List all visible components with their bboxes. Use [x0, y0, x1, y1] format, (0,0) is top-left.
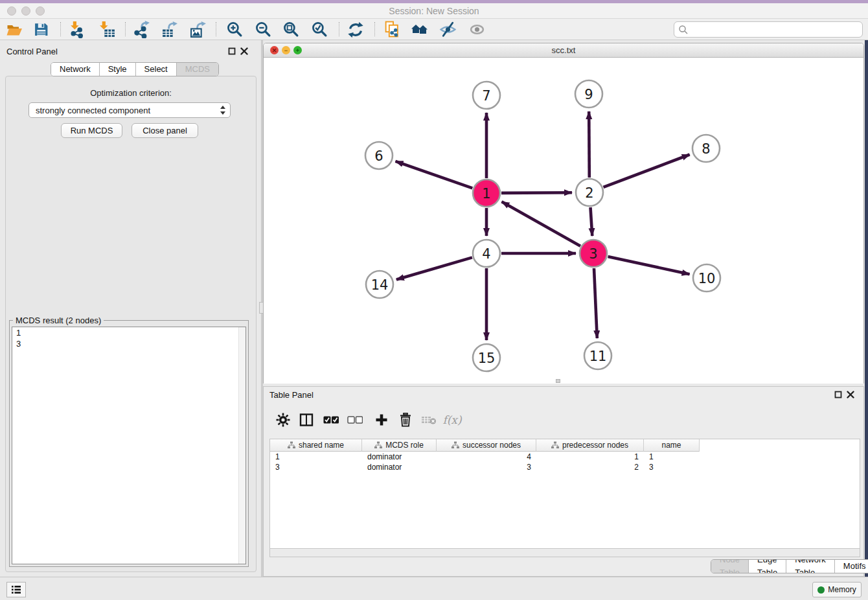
table-cell[interactable]: 3 [437, 462, 536, 472]
network-maximize-button[interactable]: + [293, 46, 302, 54]
function-builder-icon-disabled: f(x) [442, 411, 463, 429]
graph-edge-2-9[interactable] [589, 111, 589, 178]
table-cell[interactable]: 3 [270, 462, 362, 472]
graph-node-label-7: 7 [482, 88, 490, 104]
refresh-button[interactable] [345, 19, 367, 40]
network-graph: 7968124314101511 [264, 58, 863, 384]
network-window-title: scc.txt [264, 43, 863, 58]
graph-edge-3-10[interactable] [608, 257, 690, 274]
graph-node-label-1: 1 [482, 186, 490, 202]
table-panel-tab-bar: Node TableEdge TableNetwork TableMotifs [711, 559, 868, 573]
graph-edge-2-3[interactable] [591, 207, 593, 236]
table-settings-gear-icon[interactable] [273, 411, 293, 429]
save-session-button[interactable] [30, 19, 52, 40]
toolbar-search-field[interactable] [674, 21, 863, 38]
duplicate-network-button[interactable] [381, 19, 403, 40]
minimize-window-button[interactable] [21, 6, 30, 16]
control-tab-network[interactable]: Network [51, 63, 100, 76]
table-cell[interactable]: 1 [270, 452, 362, 462]
table-cell[interactable]: 4 [437, 452, 536, 462]
close-window-button[interactable] [7, 6, 16, 16]
table-cell[interactable]: 3 [644, 462, 700, 472]
select-all-columns-icon[interactable] [321, 411, 341, 429]
maximize-window-button[interactable] [36, 6, 45, 16]
show-hidden-eye-icon [466, 19, 488, 40]
network-minimize-button[interactable]: − [282, 46, 290, 54]
desktop-edge-right [865, 40, 868, 600]
deselect-all-columns-icon[interactable] [345, 411, 365, 429]
close-table-panel-icon[interactable] [847, 391, 854, 398]
zoom-fit-button[interactable] [280, 19, 302, 40]
dropdown-stepper-icon [220, 105, 226, 115]
column-header-predecessor-nodes[interactable]: predecessor nodes [536, 439, 644, 452]
table-row[interactable]: 1dominator411 [270, 452, 700, 462]
table-tab-network-table[interactable]: Network Table [786, 560, 835, 573]
table-cell[interactable]: 1 [536, 452, 644, 462]
main-toolbar [0, 19, 868, 40]
memory-status-dot [817, 586, 825, 594]
table-tab-edge-table[interactable]: Edge Table [749, 560, 786, 573]
hide-selected-eye-slash-icon[interactable] [437, 19, 459, 40]
dropdown-selected-value: strongly connected component [36, 106, 220, 115]
table-row[interactable]: 3dominator323 [270, 462, 700, 472]
mcds-result-list[interactable]: 13 [12, 327, 246, 564]
table-tab-node-table[interactable]: Node Table [711, 560, 749, 573]
control-panel-title: Control Panel [6, 47, 58, 56]
graph-edge-3-1[interactable] [502, 202, 581, 246]
float-table-panel-icon[interactable] [834, 391, 842, 398]
column-header-MCDS-role[interactable]: MCDS role [362, 439, 437, 452]
column-header-name[interactable]: name [644, 439, 700, 452]
memory-button[interactable]: Memory [812, 582, 862, 597]
table-cell[interactable]: dominator [362, 462, 437, 472]
close-panel-icon[interactable] [240, 47, 248, 55]
add-column-plus-icon[interactable] [371, 411, 392, 429]
toolbar-separator [60, 22, 61, 36]
run-mcds-button[interactable]: Run MCDS [61, 123, 122, 138]
graph-edge-1-2[interactable] [501, 192, 572, 193]
control-tab-select[interactable]: Select [136, 63, 177, 76]
graph-edge-1-6[interactable] [396, 161, 473, 189]
network-canvas[interactable]: 7968124314101511 [264, 58, 863, 384]
close-panel-button[interactable]: Close panel [131, 123, 198, 138]
node-table: shared nameMCDS rolesuccessor nodesprede… [269, 439, 860, 549]
app-titlebar: Session: New Session [0, 3, 868, 19]
zoom-out-button[interactable] [252, 19, 274, 40]
graph-edge-2-8[interactable] [604, 155, 690, 187]
network-window-titlebar[interactable]: ✕ − + scc.txt [264, 43, 863, 58]
table-cell[interactable]: dominator [362, 452, 437, 462]
table-tab-motifs[interactable]: Motifs [835, 560, 868, 573]
graph-node-label-15: 15 [478, 351, 496, 366]
task-list-icon [11, 585, 21, 594]
column-tree-icon [451, 441, 459, 449]
export-table-button[interactable] [159, 19, 181, 40]
graph-node-label-9: 9 [584, 87, 593, 102]
graph-edge-3-11[interactable] [594, 268, 597, 338]
horizontal-splitter-grip[interactable] [556, 379, 560, 383]
graph-edge-4-14[interactable] [396, 257, 472, 279]
node-table-header-row: shared nameMCDS rolesuccessor nodesprede… [270, 439, 700, 452]
split-columns-icon[interactable] [296, 411, 317, 429]
export-network-button[interactable] [130, 19, 152, 40]
export-image-button[interactable] [187, 19, 209, 40]
delete-column-trash-icon[interactable] [395, 411, 416, 429]
import-network-button[interactable] [65, 19, 87, 40]
import-table-button[interactable] [96, 19, 118, 40]
network-close-button[interactable]: ✕ [270, 46, 279, 54]
control-tab-style[interactable]: Style [100, 63, 136, 76]
column-header-shared-name[interactable]: shared name [270, 439, 362, 452]
table-horizontal-scrollbar[interactable] [269, 549, 860, 557]
search-input[interactable] [689, 23, 862, 36]
control-tab-mcds[interactable]: MCDS [177, 63, 218, 76]
table-cell[interactable]: 2 [536, 462, 644, 472]
task-history-button[interactable] [6, 582, 26, 597]
open-session-button[interactable] [3, 19, 25, 40]
zoom-selected-button[interactable] [308, 19, 330, 40]
optimization-criterion-dropdown[interactable]: strongly connected component [29, 102, 231, 118]
zoom-in-button[interactable] [223, 19, 246, 40]
home-layout-icon[interactable] [409, 19, 431, 40]
float-panel-icon[interactable] [228, 47, 236, 55]
column-header-successor-nodes[interactable]: successor nodes [437, 439, 536, 452]
table-cell[interactable]: 1 [644, 452, 700, 462]
result-scrollbar[interactable] [238, 327, 246, 564]
network-view-window: ✕ − + scc.txt 7968124314101511 [263, 43, 864, 384]
